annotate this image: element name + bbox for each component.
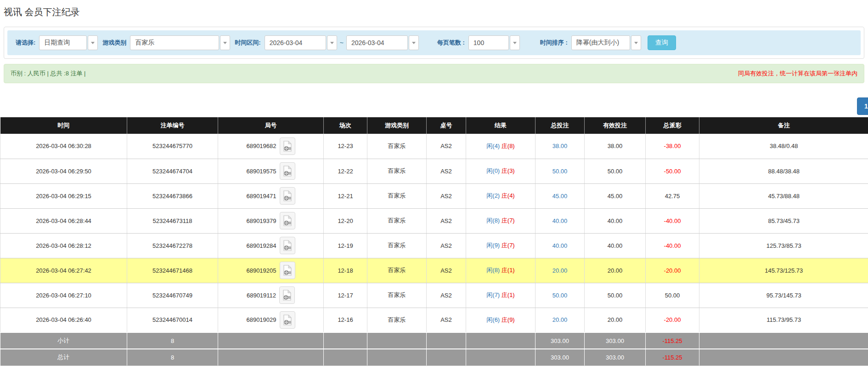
table-body: 2026-03-04 06:30:28523244675770689019682… [0, 134, 868, 332]
total-bet-link[interactable]: 40.00 [535, 233, 585, 258]
date-from-picker[interactable]: 2026-03-04 [265, 35, 337, 50]
game-type-cell: 百家乐 [367, 159, 427, 183]
range-separator: ~ [340, 39, 344, 46]
video-replay-button[interactable] [280, 212, 295, 229]
sort-order-combo[interactable]: 降幂(由大到小) [571, 35, 641, 50]
result-player: 闲(8) [486, 217, 500, 224]
remark-cell: 115.73/95.73 [699, 308, 868, 332]
valid-bet-cell: 20.00 [585, 258, 646, 283]
query-type-combo[interactable]: 日期查询 [39, 35, 98, 50]
time-cell: 2026-03-04 06:28:44 [0, 208, 127, 233]
session-cell: 12-17 [324, 283, 367, 308]
game-type-combo[interactable]: 百家乐 [130, 35, 230, 50]
chevron-down-icon[interactable] [88, 35, 98, 50]
valid-bet-cell: 40.00 [585, 208, 646, 233]
video-replay-button[interactable] [280, 187, 295, 205]
video-replay-button[interactable] [280, 237, 295, 254]
video-replay-button[interactable] [280, 311, 295, 329]
result-player: 闲(6) [486, 316, 500, 323]
total-bet-link[interactable]: 20.00 [535, 258, 585, 283]
currency-summary: 币别 : 人民币 | 总共 :8 注单 | [11, 69, 86, 78]
table-row: 2026-03-04 06:29:15523244673866689019471… [0, 183, 868, 208]
page-size-value[interactable]: 100 [468, 35, 509, 50]
remark-cell: 88.48/38.48 [699, 159, 868, 183]
game-type-cell: 百家乐 [367, 258, 427, 283]
table-row: 2026-03-04 06:28:44523244673118689019379… [0, 208, 868, 233]
time-cell: 2026-03-04 06:27:10 [0, 283, 127, 308]
header-row: 时间注单编号局号场次游戏类别桌号结果总投注有效投注总派彩备注 [0, 117, 868, 134]
table-row: 2026-03-04 06:29:50523244674704689019575… [0, 159, 868, 183]
video-file-icon [283, 215, 292, 226]
summary-row: 小计8303.00303.00-115.25 [0, 332, 868, 349]
round-number: 689019682 [246, 143, 276, 149]
total-bet-link[interactable]: 20.00 [535, 308, 585, 332]
date-to-picker[interactable]: 2026-03-04 [346, 35, 419, 50]
video-file-icon [283, 190, 292, 201]
search-button[interactable]: 查询 [648, 35, 676, 50]
column-header: 有效投注 [585, 117, 646, 134]
video-replay-button[interactable] [280, 137, 295, 155]
payout-cell: -40.00 [646, 233, 699, 258]
result-cell: 闲(9) 庄(7) [466, 233, 535, 258]
page-title: 视讯 会员下注纪录 [0, 0, 868, 18]
page-size-combo[interactable]: 100 [468, 35, 520, 50]
game-type-cell: 百家乐 [367, 208, 427, 233]
column-header: 总派彩 [646, 117, 699, 134]
remark-cell: 38.48/0.48 [699, 134, 868, 159]
table-number-cell: AS2 [427, 258, 466, 283]
date-from-value[interactable]: 2026-03-04 [265, 35, 326, 50]
remark-cell: 85.73/45.73 [699, 208, 868, 233]
total-bet-link[interactable]: 40.00 [535, 208, 585, 233]
chevron-down-icon[interactable] [631, 35, 641, 50]
round-number: 689019205 [246, 267, 276, 274]
bet-number-cell: 523244673866 [127, 183, 218, 208]
total-bet-link[interactable]: 50.00 [535, 283, 585, 308]
summary-payout: -115.25 [646, 349, 699, 366]
video-file-icon [283, 141, 292, 152]
payout-cell: 42.75 [646, 183, 699, 208]
round-number-cell: 689019379 [218, 208, 324, 233]
time-range-label: 时间区间: [235, 39, 260, 47]
chevron-down-icon[interactable] [409, 35, 419, 50]
game-type-value[interactable]: 百家乐 [130, 35, 219, 50]
result-banker: 庄(8) [502, 143, 515, 149]
result-player: 闲(0) [486, 167, 500, 174]
column-header: 时间 [0, 117, 127, 134]
time-cell: 2026-03-04 06:27:42 [0, 258, 127, 283]
summary-label: 小计 [0, 332, 127, 349]
result-cell: 闲(8) 庄(7) [466, 208, 535, 233]
table-number-cell: AS2 [427, 308, 466, 332]
summary-total-bet: 303.00 [535, 332, 585, 349]
video-replay-button[interactable] [280, 162, 295, 180]
sort-order-value[interactable]: 降幂(由大到小) [571, 35, 630, 50]
bet-number-cell: 523244675770 [127, 134, 218, 159]
column-header: 场次 [324, 117, 367, 134]
game-type-cell: 百家乐 [367, 183, 427, 208]
summary-payout: -115.25 [646, 332, 699, 349]
game-type-cell: 百家乐 [367, 283, 427, 308]
query-type-label: 请选择: [16, 39, 35, 47]
total-bet-link[interactable]: 50.00 [535, 159, 585, 183]
filter-panel: 请选择: 日期查询 游戏类别 百家乐 时间区间: 2026-03-04 ~ 20… [4, 27, 864, 59]
time-cell: 2026-03-04 06:29:50 [0, 159, 127, 183]
chevron-down-icon[interactable] [220, 35, 230, 50]
payout-cell: -40.00 [646, 208, 699, 233]
table-row: 2026-03-04 06:27:10523244670749689019112… [0, 283, 868, 308]
result-cell: 闲(2) 庄(4) [466, 183, 535, 208]
query-type-value[interactable]: 日期查询 [39, 35, 87, 50]
date-to-value[interactable]: 2026-03-04 [346, 35, 408, 50]
round-number: 689019029 [246, 316, 276, 323]
total-bet-link[interactable]: 38.00 [535, 134, 585, 159]
round-number-cell: 689019575 [218, 159, 324, 183]
pagination-page-1-button[interactable]: 1 [857, 97, 868, 115]
payout-cell: -50.00 [646, 159, 699, 183]
video-replay-button[interactable] [279, 286, 295, 304]
total-bet-link[interactable]: 45.00 [535, 183, 585, 208]
video-replay-button[interactable] [280, 262, 295, 279]
column-header: 局号 [218, 117, 324, 134]
chevron-down-icon[interactable] [510, 35, 520, 50]
round-number-cell: 689019112 [218, 283, 324, 308]
chevron-down-icon[interactable] [327, 35, 337, 50]
result-cell: 闲(7) 庄(1) [466, 283, 535, 308]
game-type-cell: 百家乐 [367, 233, 427, 258]
